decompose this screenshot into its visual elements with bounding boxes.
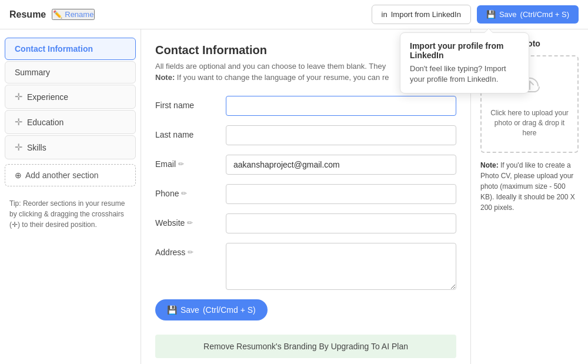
- save-label: Save: [499, 10, 517, 19]
- last-name-label-text: Last name: [155, 130, 193, 139]
- contact-label: Contact Information: [15, 44, 93, 54]
- email-label-text: Email: [155, 159, 176, 169]
- education-label: Education: [27, 118, 64, 127]
- upload-box-text: Click here to upload your photo or drag …: [489, 108, 570, 138]
- summary-label: Summary: [15, 68, 50, 77]
- save-button-header[interactable]: 💾 Save (Ctrl/Cmd + S): [477, 5, 579, 24]
- pencil-icon: ✏️: [53, 10, 62, 19]
- sidebar-item-experience[interactable]: ✛ Experience: [5, 85, 136, 109]
- phone-edit-icon: ✏: [181, 189, 187, 198]
- first-name-label: First name: [155, 96, 226, 110]
- header-left: Resume ✏️ Rename: [9, 9, 95, 20]
- linkedin-icon: in: [382, 10, 387, 19]
- save-icon: 💾: [486, 10, 496, 19]
- branding-text: Remove Resumonk's Branding By Upgrading …: [203, 342, 408, 351]
- save-main-label: Save: [181, 305, 199, 315]
- page-title: Resume: [9, 9, 46, 20]
- add-icon: ⊕: [15, 171, 22, 180]
- sidebar-item-summary[interactable]: Summary: [5, 61, 136, 84]
- header: Resume ✏️ Rename in Import from LinkedIn…: [0, 0, 588, 29]
- email-group: Email ✏: [155, 155, 456, 175]
- rename-button[interactable]: ✏️ Rename: [52, 9, 95, 20]
- phone-label-text: Phone: [155, 189, 179, 198]
- save-main-shortcut: (Ctrl/Cmd + S): [203, 305, 256, 315]
- add-section-button[interactable]: ⊕ Add another section: [5, 164, 136, 186]
- first-name-input[interactable]: [226, 96, 456, 116]
- website-label-text: Website: [155, 218, 185, 228]
- save-main-icon: 💾: [167, 305, 177, 315]
- email-edit-icon: ✏: [178, 160, 184, 168]
- save-button-main[interactable]: 💾 Save (Ctrl/Cmd + S): [155, 299, 268, 320]
- experience-label: Experience: [27, 92, 68, 102]
- last-name-input[interactable]: [226, 125, 456, 145]
- first-name-label-text: First name: [155, 101, 194, 110]
- phone-group: Phone ✏: [155, 184, 456, 204]
- sidebar-item-education[interactable]: ✛ Education: [5, 110, 136, 134]
- upload-note-prefix: Note:: [480, 161, 499, 169]
- first-name-group: First name: [155, 96, 456, 116]
- linkedin-tooltip: Import your profile from LinkedIn Don't …: [400, 32, 529, 93]
- header-right: in Import from LinkedIn 💾 Save (Ctrl/Cmd…: [372, 5, 579, 24]
- website-edit-icon: ✏: [187, 219, 193, 227]
- tooltip-description: Don't feel like typing? Import your prof…: [410, 64, 519, 85]
- branding-bar[interactable]: Remove Resumonk's Branding By Upgrading …: [155, 335, 456, 358]
- email-label: Email ✏: [155, 155, 226, 169]
- upload-note: Note: If you'd like to create a Photo CV…: [480, 160, 579, 213]
- address-input[interactable]: [226, 243, 456, 290]
- sidebar-item-skills[interactable]: ✛ Skills: [5, 135, 136, 159]
- address-label-text: Address: [155, 248, 185, 257]
- skills-label: Skills: [27, 143, 46, 152]
- website-label: Website ✏: [155, 213, 226, 228]
- import-label: Import from LinkedIn: [391, 10, 461, 19]
- website-group: Website ✏: [155, 213, 456, 233]
- save-shortcut: (Ctrl/Cmd + S): [520, 10, 569, 19]
- last-name-label: Last name: [155, 125, 226, 139]
- note-prefix: Note:: [155, 73, 175, 82]
- note-text: If you want to change the language of yo…: [177, 73, 389, 82]
- import-linkedin-button[interactable]: in Import from LinkedIn: [372, 5, 471, 24]
- phone-label: Phone ✏: [155, 184, 226, 198]
- add-section-label: Add another section: [25, 171, 99, 180]
- skills-plus-icon: ✛: [15, 142, 22, 153]
- sidebar-item-contact[interactable]: Contact Information: [5, 38, 136, 60]
- rename-label: Rename: [65, 10, 93, 19]
- education-plus-icon: ✛: [15, 116, 22, 128]
- experience-plus-icon: ✛: [15, 91, 22, 102]
- phone-input[interactable]: [226, 184, 456, 204]
- sidebar: Contact Information Summary ✛ Experience…: [0, 29, 141, 364]
- sidebar-tip: Tip: Reorder sections in your resume by …: [0, 191, 141, 237]
- email-input[interactable]: [226, 155, 456, 175]
- address-label: Address ✏: [155, 243, 226, 257]
- last-name-group: Last name: [155, 125, 456, 145]
- address-group: Address ✏: [155, 243, 456, 290]
- website-input[interactable]: [226, 213, 456, 233]
- tooltip-title: Import your profile from LinkedIn: [410, 41, 519, 60]
- address-edit-icon: ✏: [188, 248, 193, 256]
